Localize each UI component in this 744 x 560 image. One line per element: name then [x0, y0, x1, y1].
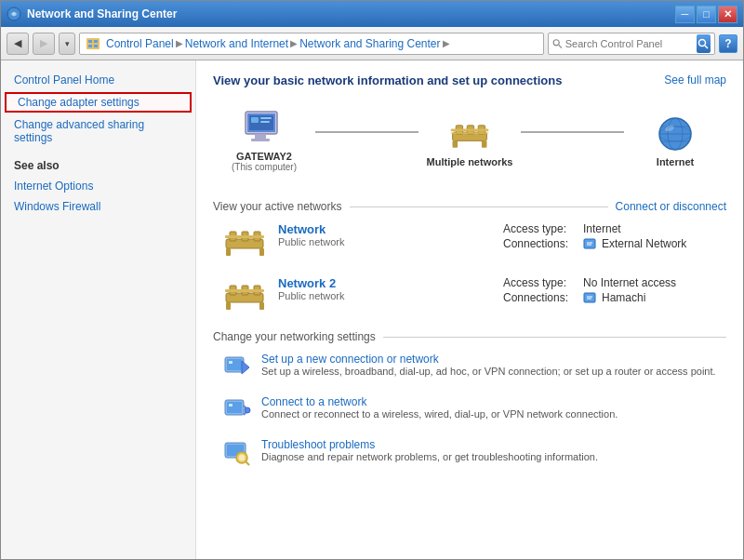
restore-button[interactable]: □: [697, 6, 716, 23]
internet-label: Internet: [657, 156, 694, 167]
network-1-connections-row: Connections: External Network: [503, 237, 726, 250]
svg-point-1: [12, 12, 16, 16]
svg-rect-38: [226, 248, 231, 256]
divider-2: [383, 337, 726, 338]
svg-rect-13: [255, 134, 266, 139]
address-bar: ◀ ▶ ▾ Control Panel ▶ Network and Intern…: [1, 27, 743, 60]
change-settings-label: Change your networking settings: [213, 330, 376, 343]
network-2-access-type-row: Access type: No Internet access: [503, 276, 726, 289]
settings-2-title[interactable]: Connect to a network: [261, 395, 618, 408]
connections-label-1: Connections:: [503, 237, 578, 250]
svg-rect-41: [584, 239, 595, 248]
breadcrumb-network-internet[interactable]: Network and Internet: [185, 37, 288, 50]
network-entry-2: Network 2 Public network Access type: No…: [213, 276, 726, 315]
svg-rect-40: [225, 235, 264, 238]
svg-rect-49: [259, 302, 264, 310]
svg-rect-5: [88, 45, 92, 47]
svg-rect-2: [86, 38, 100, 49]
svg-rect-23: [453, 140, 458, 147]
network-2-info: Network 2 Public network: [278, 276, 503, 303]
network-2-type: Public network: [278, 290, 503, 301]
divider-1: [350, 207, 608, 207]
network-line-1: [315, 131, 418, 133]
active-networks-header: View your active networks Connect or dis…: [213, 200, 726, 213]
see-also-title: See also: [1, 148, 195, 176]
svg-rect-25: [451, 128, 489, 131]
svg-line-10: [705, 46, 708, 48]
svg-point-65: [239, 455, 246, 461]
svg-rect-18: [260, 121, 270, 123]
settings-entry-3: Troubleshoot problems Diagnose and repai…: [213, 438, 726, 468]
breadcrumb-network-sharing[interactable]: Network and Sharing Center: [299, 37, 440, 50]
title-bar: Network and Sharing Center ─ □ ✕: [1, 1, 743, 27]
breadcrumb-control-panel[interactable]: Control Panel: [106, 37, 174, 50]
svg-rect-51: [584, 293, 595, 302]
network-2-name[interactable]: Network 2: [278, 276, 503, 290]
svg-point-9: [699, 39, 706, 46]
net-node-multiple: Multiple networks: [418, 115, 521, 167]
settings-entry-1: Set up a new connection or network Set u…: [213, 353, 726, 382]
settings-1-info: Set up a new connection or network Set u…: [261, 353, 716, 377]
access-type-label-1: Access type:: [503, 222, 578, 235]
access-type-label-2: Access type:: [503, 276, 578, 289]
settings-3-info: Troubleshoot problems Diagnose and repai…: [261, 438, 598, 462]
network-1-type: Public network: [278, 236, 503, 247]
settings-1-title[interactable]: Set up a new connection or network: [261, 353, 716, 366]
settings-2-icon: [222, 395, 252, 425]
title-bar-buttons: ─ □ ✕: [675, 6, 737, 23]
sidebar-item-control-panel-home[interactable]: Control Panel Home: [1, 70, 195, 90]
search-submit-icon: [698, 38, 709, 49]
sidebar-item-internet-options[interactable]: Internet Options: [1, 176, 195, 196]
globe-icon: [653, 115, 698, 153]
svg-point-61: [245, 407, 250, 413]
search-button[interactable]: [697, 34, 711, 53]
connection-icon-1: [583, 237, 596, 250]
network-line-2: [521, 131, 624, 133]
breadcrumb-icon: [86, 36, 100, 51]
network-1-details: Access type: Internet Connections: Exter…: [503, 222, 726, 252]
active-networks-label: View your active networks: [213, 200, 342, 213]
svg-rect-4: [94, 40, 98, 43]
svg-rect-16: [251, 117, 259, 123]
connect-disconnect-link[interactable]: Connect or disconnect: [616, 200, 726, 213]
content-area: Control Panel Home Change adapter settin…: [1, 60, 743, 559]
page-title: View your basic network information and …: [213, 73, 562, 87]
network-1-access-type-row: Access type: Internet: [503, 222, 726, 235]
sidebar-item-change-adapter[interactable]: Change adapter settings: [5, 92, 192, 113]
svg-rect-55: [227, 359, 242, 370]
minimize-button[interactable]: ─: [675, 6, 695, 23]
window-title: Network and Sharing Center: [27, 7, 177, 20]
settings-2-info: Connect to a network Connect or reconnec…: [261, 395, 618, 420]
close-button[interactable]: ✕: [718, 6, 737, 23]
settings-1-desc: Set up a wireless, broadband, dial-up, a…: [261, 366, 716, 377]
back-button[interactable]: ◀: [7, 33, 29, 55]
network-1-icon: [222, 222, 267, 261]
svg-marker-57: [242, 361, 249, 374]
sidebar-item-windows-firewall[interactable]: Windows Firewall: [1, 196, 195, 217]
dropdown-button[interactable]: ▾: [59, 33, 75, 55]
settings-3-icon: [222, 438, 252, 468]
settings-3-desc: Diagnose and repair network problems, or…: [261, 451, 598, 462]
settings-1-icon: [222, 353, 252, 382]
change-settings-header: Change your networking settings: [213, 330, 726, 343]
svg-point-7: [553, 39, 559, 45]
search-icon: [552, 37, 563, 50]
window-icon: [7, 7, 21, 21]
svg-rect-39: [259, 248, 264, 256]
network-diagram: GATEWAY2 (This computer): [213, 110, 726, 187]
settings-2-desc: Connect or reconnect to a wireless, wire…: [261, 408, 618, 420]
see-full-map-link[interactable]: See full map: [664, 73, 726, 87]
settings-3-title[interactable]: Troubleshoot problems: [261, 438, 598, 451]
network-2-details: Access type: No Internet access Connecti…: [503, 276, 726, 306]
network-1-name[interactable]: Network: [278, 222, 503, 236]
sidebar-item-change-sharing[interactable]: Change advanced sharing settings: [1, 114, 195, 148]
svg-rect-48: [226, 302, 231, 310]
search-input[interactable]: [565, 38, 694, 49]
help-button[interactable]: ?: [719, 34, 737, 53]
svg-line-8: [559, 45, 562, 47]
svg-rect-14: [251, 139, 270, 141]
forward-button[interactable]: ▶: [33, 33, 55, 55]
connections-label-2: Connections:: [503, 291, 578, 304]
access-type-value-2: No Internet access: [583, 276, 676, 289]
gateway-label: GATEWAY2: [236, 151, 292, 162]
